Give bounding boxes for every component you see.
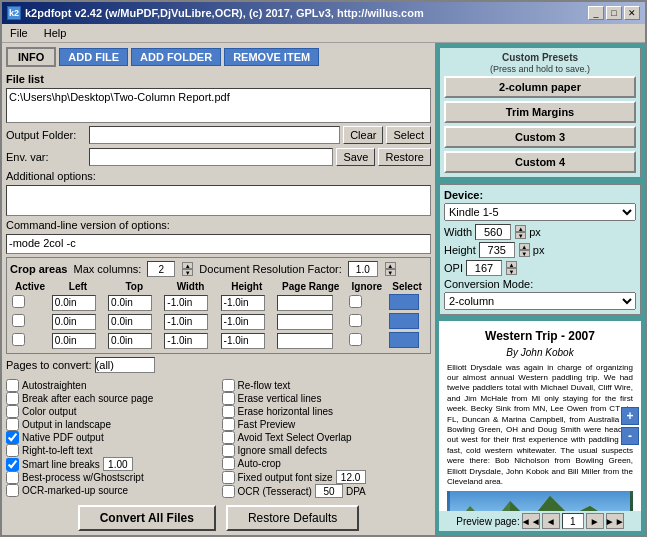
crop-row3-select[interactable] — [389, 332, 419, 348]
crop-row2-width[interactable] — [164, 314, 208, 330]
height-up[interactable]: ▲ — [519, 243, 530, 250]
opt-rtl-check[interactable] — [6, 444, 19, 457]
pages-input[interactable] — [95, 357, 155, 373]
clear-button[interactable]: Clear — [343, 126, 383, 144]
opt-landscape-check[interactable] — [6, 418, 19, 431]
nav-first[interactable]: ◄◄ — [522, 513, 540, 529]
crop-row1-active[interactable] — [12, 295, 25, 308]
height-down[interactable]: ▼ — [519, 250, 530, 257]
convert-all-button[interactable]: Convert All Files — [78, 505, 216, 531]
nav-next[interactable]: ► — [586, 513, 604, 529]
opt-fast-preview-check[interactable] — [222, 418, 235, 431]
opt-smart-breaks-check[interactable] — [6, 458, 19, 471]
opt-reflow-check[interactable] — [222, 379, 235, 392]
crop-row3-active[interactable] — [12, 333, 25, 346]
opt-ghostscript: Best-process w/Ghostscript — [6, 471, 216, 484]
opt-autocrop-check[interactable] — [222, 457, 235, 470]
doc-res-input[interactable] — [348, 261, 378, 277]
device-select[interactable]: Kindle 1-5 Kindle Fire iPad Custom — [444, 203, 636, 221]
additional-options-input[interactable] — [6, 185, 431, 217]
crop-row1-top[interactable] — [108, 295, 152, 311]
output-folder-input[interactable] — [89, 126, 340, 144]
opt-color-check[interactable] — [6, 405, 19, 418]
opt-ignore-defects-check[interactable] — [222, 444, 235, 457]
ocr-input[interactable] — [315, 484, 343, 498]
height-input[interactable] — [479, 242, 515, 258]
maximize-button[interactable]: □ — [606, 6, 622, 20]
page-input[interactable] — [562, 513, 584, 529]
select-button[interactable]: Select — [386, 126, 431, 144]
info-button[interactable]: INFO — [6, 47, 56, 67]
doc-res-up[interactable]: ▲ — [385, 262, 396, 269]
crop-row3-ignore[interactable] — [349, 333, 362, 346]
crop-row2-active[interactable] — [12, 314, 25, 327]
main-content: INFO ADD FILE ADD FOLDER REMOVE ITEM Fil… — [2, 43, 645, 535]
add-file-button[interactable]: ADD FILE — [59, 48, 128, 66]
menu-file[interactable]: File — [6, 26, 32, 40]
crop-row3-pagerange[interactable] — [277, 333, 333, 349]
env-var-input[interactable] — [89, 148, 333, 166]
nav-last[interactable]: ►► — [606, 513, 624, 529]
doc-res-down[interactable]: ▼ — [385, 269, 396, 276]
crop-row2-height[interactable] — [221, 314, 265, 330]
preset-btn-3[interactable]: Custom 3 — [444, 126, 636, 148]
opt-font-size-check[interactable] — [222, 471, 235, 484]
crop-row1-select[interactable] — [389, 294, 419, 310]
preset-btn-2[interactable]: Trim Margins — [444, 101, 636, 123]
max-columns-down[interactable]: ▼ — [182, 269, 193, 276]
width-input[interactable] — [475, 224, 511, 240]
opt-fast-preview: Fast Preview — [222, 418, 432, 431]
opt-ocr-check[interactable] — [222, 485, 235, 498]
opt-native-pdf-check[interactable] — [6, 431, 19, 444]
crop-row1-left[interactable] — [52, 295, 96, 311]
restore-button[interactable]: Restore — [378, 148, 431, 166]
opt-avoid-overlap-check[interactable] — [222, 431, 235, 444]
crop-row3-left[interactable] — [52, 333, 96, 349]
preset-btn-1[interactable]: 2-column paper — [444, 76, 636, 98]
add-folder-button[interactable]: ADD FOLDER — [131, 48, 221, 66]
bottom-buttons: Convert All Files Restore Defaults — [6, 505, 431, 531]
doc-res-label: Document Resolution Factor: — [199, 263, 341, 275]
nav-prev[interactable]: ◄ — [542, 513, 560, 529]
opt-erase-horiz-check[interactable] — [222, 405, 235, 418]
crop-row2-top[interactable] — [108, 314, 152, 330]
max-columns-input[interactable] — [147, 261, 175, 277]
width-down[interactable]: ▼ — [515, 232, 526, 239]
dpi-input[interactable] — [466, 260, 502, 276]
opt-erase-vert-check[interactable] — [222, 392, 235, 405]
crop-row3-top[interactable] — [108, 333, 152, 349]
restore-defaults-button[interactable]: Restore Defaults — [226, 505, 359, 531]
crop-row1-height[interactable] — [221, 295, 265, 311]
crop-row3-width[interactable] — [164, 333, 208, 349]
max-columns-up[interactable]: ▲ — [182, 262, 193, 269]
crop-row2-select[interactable] — [389, 313, 419, 329]
width-up[interactable]: ▲ — [515, 225, 526, 232]
opt-ocr-marked-check[interactable] — [6, 484, 19, 497]
crop-row1-width[interactable] — [164, 295, 208, 311]
zoom-in-button[interactable]: + — [621, 407, 639, 425]
dpi-down[interactable]: ▼ — [506, 268, 517, 275]
remove-item-button[interactable]: REMOVE ITEM — [224, 48, 319, 66]
preset-btn-4[interactable]: Custom 4 — [444, 151, 636, 173]
opt-autostraighten-check[interactable] — [6, 379, 19, 392]
dpi-up[interactable]: ▲ — [506, 261, 517, 268]
crop-row3-height[interactable] — [221, 333, 265, 349]
save-button[interactable]: Save — [336, 148, 375, 166]
crop-row2-left[interactable] — [52, 314, 96, 330]
zoom-out-button[interactable]: - — [621, 427, 639, 445]
menu-help[interactable]: Help — [40, 26, 71, 40]
smart-breaks-input[interactable] — [103, 457, 133, 471]
crop-row1-ignore[interactable] — [349, 295, 362, 308]
minimize-button[interactable]: _ — [588, 6, 604, 20]
opt-ghostscript-check[interactable] — [6, 471, 19, 484]
opt-break-after-check[interactable] — [6, 392, 19, 405]
close-button[interactable]: ✕ — [624, 6, 640, 20]
font-size-input[interactable] — [336, 470, 366, 484]
crop-row1-pagerange[interactable] — [277, 295, 333, 311]
crop-row2-pagerange[interactable] — [277, 314, 333, 330]
mode-select[interactable]: 2-column 1-column Auto — [444, 292, 636, 310]
options-left-col: Autostraighten Break after each source p… — [6, 379, 216, 498]
crop-row2-ignore[interactable] — [349, 314, 362, 327]
preview-page-label: Preview page: — [456, 516, 519, 527]
preview-image-svg — [447, 491, 633, 511]
